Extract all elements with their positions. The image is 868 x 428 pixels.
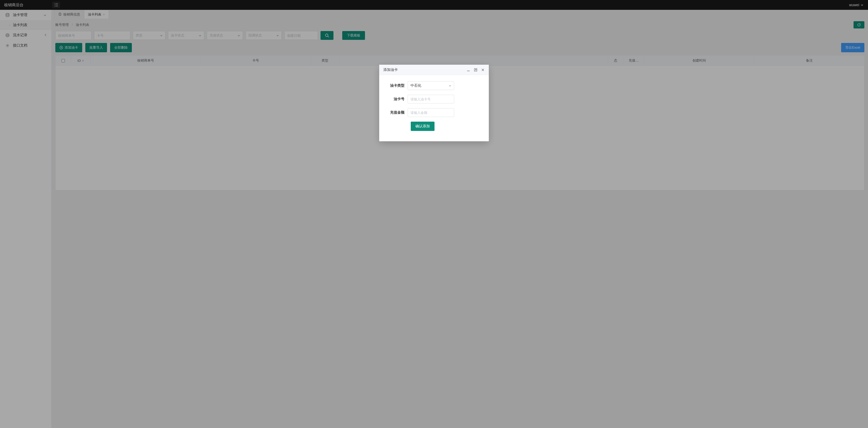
minimize-icon (467, 68, 470, 72)
maximize-button[interactable] (474, 68, 477, 72)
modal-overlay[interactable]: 添加油卡 油卡类型 中石化 油卡号 (0, 0, 868, 428)
type-label: 油卡类型 (387, 83, 408, 88)
close-icon (481, 68, 485, 72)
caret-down-icon (449, 84, 451, 88)
add-card-dialog: 添加油卡 油卡类型 中石化 油卡号 (379, 65, 489, 141)
dialog-title: 添加油卡 (383, 67, 398, 72)
dialog-header: 添加油卡 (379, 65, 489, 75)
card-no-field[interactable] (408, 95, 454, 104)
card-no-label: 油卡号 (387, 97, 408, 102)
card-type-select[interactable]: 中石化 (408, 81, 454, 90)
amount-label: 充值金额 (387, 110, 408, 115)
maximize-icon (474, 68, 477, 72)
amount-field[interactable] (408, 108, 454, 117)
minimize-button[interactable] (467, 68, 470, 72)
select-value: 中石化 (410, 83, 421, 88)
confirm-add-button[interactable]: 确认添加 (411, 122, 435, 131)
button-label: 确认添加 (415, 124, 430, 129)
close-button[interactable] (481, 68, 485, 72)
